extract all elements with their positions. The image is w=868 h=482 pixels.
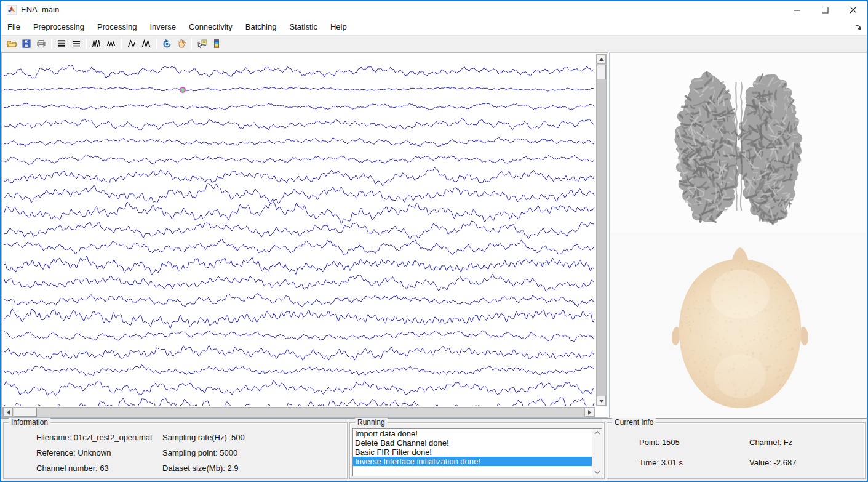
down-arrow-icon	[599, 400, 604, 403]
printer-icon	[36, 39, 46, 49]
listbox-scroll-down[interactable]	[594, 470, 600, 475]
log-item[interactable]: Delete Bad Channel done!	[353, 438, 602, 448]
running-panel: Running Import data done! Delete Bad Cha…	[349, 422, 605, 479]
eeg-horizontal-scrollbar[interactable]	[2, 407, 595, 417]
save-file-button[interactable]	[19, 36, 34, 51]
head-model-panel[interactable]	[609, 52, 867, 418]
log-item[interactable]: Basic FIR Filter done!	[353, 448, 602, 457]
dense-lines-icon	[57, 39, 66, 49]
close-icon	[850, 7, 857, 14]
menu-batching[interactable]: Batching	[245, 20, 277, 33]
data-cursor-button[interactable]	[194, 36, 209, 51]
close-button[interactable]	[843, 1, 864, 18]
menu-connectivity[interactable]: Connectivity	[188, 20, 233, 33]
window-title: ENA_main	[21, 5, 59, 14]
current-info-panel: Current Info Point: 1505 Time: 3.01 s Ch…	[607, 422, 866, 479]
open-file-button[interactable]	[4, 36, 19, 51]
horizontal-scroll-thumb[interactable]	[14, 408, 37, 417]
menu-inverse[interactable]: Inverse	[149, 20, 177, 33]
save-floppy-icon	[22, 39, 31, 49]
data-cursor-marker[interactable]	[180, 87, 186, 93]
channels-dense-button[interactable]	[54, 36, 69, 51]
eeg-vertical-scrollbar[interactable]	[596, 54, 607, 406]
chevron-up-icon	[594, 430, 600, 435]
information-panel-title: Information	[9, 418, 50, 427]
left-arrow-icon	[7, 410, 10, 415]
datatip-icon	[197, 39, 207, 49]
menu-statistic[interactable]: Statistic	[289, 20, 318, 33]
app-window: ENA_main File Preprocessing Processing I…	[0, 0, 868, 482]
log-item[interactable]: Import data done!	[353, 429, 602, 438]
right-arrow-icon	[588, 410, 591, 415]
scroll-up-button[interactable]	[597, 54, 606, 64]
chevron-down-icon	[594, 470, 600, 475]
toolbar-separator	[51, 38, 52, 50]
filename-field: Filename: 01czl_rest2_open.mat	[36, 433, 153, 442]
toolbar	[1, 35, 867, 52]
bottom-strip: Information Filename: 01czl_rest2_open.m…	[1, 418, 867, 481]
brain-and-scalp-canvas[interactable]	[610, 53, 867, 417]
menu-processing[interactable]: Processing	[97, 20, 137, 33]
running-log-listbox[interactable]: Import data done! Delete Bad Channel don…	[352, 428, 602, 476]
tall-wave-icon	[92, 39, 102, 49]
eeg-traces-canvas[interactable]	[4, 54, 595, 406]
current-info-panel-title: Current Info	[612, 418, 656, 427]
minimize-icon	[794, 7, 800, 14]
colorbar-button[interactable]	[209, 36, 224, 51]
time-field: Time: 3.01 s	[639, 458, 683, 467]
toolbar-separator	[191, 38, 192, 50]
titlebar[interactable]: ENA_main	[1, 1, 867, 18]
rotate-3d-icon	[162, 39, 172, 49]
point-field: Point: 1505	[639, 438, 680, 447]
sampling-point-field: Sampling point: 5000	[162, 448, 237, 457]
channels-sparse-button[interactable]	[69, 36, 84, 51]
menu-preprocessing[interactable]: Preprocessing	[33, 20, 85, 33]
rotate-3d-button[interactable]	[159, 36, 174, 51]
dock-arrow-icon[interactable]	[854, 23, 862, 31]
menu-file[interactable]: File	[7, 20, 21, 33]
amplitude-down-button[interactable]	[104, 36, 119, 51]
print-button[interactable]	[34, 36, 49, 51]
scroll-down-button[interactable]	[597, 396, 606, 406]
information-panel: Information Filename: 01czl_rest2_open.m…	[3, 422, 348, 479]
maximize-button[interactable]	[814, 1, 835, 18]
reference-field: Reference: Unknown	[36, 448, 111, 457]
amplitude-up-button[interactable]	[89, 36, 104, 51]
sampling-rate-field: Sampling rate(Hz): 500	[162, 433, 245, 442]
sparse-lines-icon	[71, 39, 81, 49]
maximize-icon	[822, 7, 829, 14]
matlab-app-icon	[7, 5, 17, 15]
minimize-button[interactable]	[786, 1, 807, 18]
dataset-size-field: Dataset size(Mb): 2.9	[162, 464, 239, 473]
log-item-selected[interactable]: Inverse Interface initialization done!	[353, 457, 602, 466]
listbox-scroll-up[interactable]	[594, 430, 600, 435]
timescale-wide-button[interactable]	[124, 36, 139, 51]
menu-help[interactable]: Help	[330, 20, 348, 33]
value-field: Value: -2.687	[749, 458, 796, 467]
pan-button[interactable]	[174, 36, 189, 51]
scroll-left-button[interactable]	[3, 408, 13, 417]
hand-icon	[177, 39, 186, 49]
narrow-zigzag-icon	[141, 39, 151, 49]
toolbar-separator	[121, 38, 122, 50]
channel-number-field: Channel number: 63	[36, 464, 109, 473]
vertical-scroll-thumb[interactable]	[597, 65, 606, 79]
timescale-narrow-button[interactable]	[139, 36, 154, 51]
scroll-right-button[interactable]	[584, 408, 594, 417]
running-panel-title: Running	[355, 418, 388, 427]
toolbar-separator	[86, 38, 87, 50]
toolbar-separator	[156, 38, 157, 50]
up-arrow-icon	[599, 58, 604, 61]
colorbar-icon	[212, 39, 221, 49]
eeg-plot-area[interactable]	[1, 52, 608, 418]
menubar: File Preprocessing Processing Inverse Co…	[1, 18, 867, 35]
listbox-scrollbar[interactable]	[592, 429, 602, 476]
small-wave-icon	[106, 39, 116, 49]
channel-field: Channel: Fz	[749, 438, 792, 447]
wide-zigzag-icon	[127, 39, 137, 49]
open-folder-icon	[7, 39, 17, 49]
